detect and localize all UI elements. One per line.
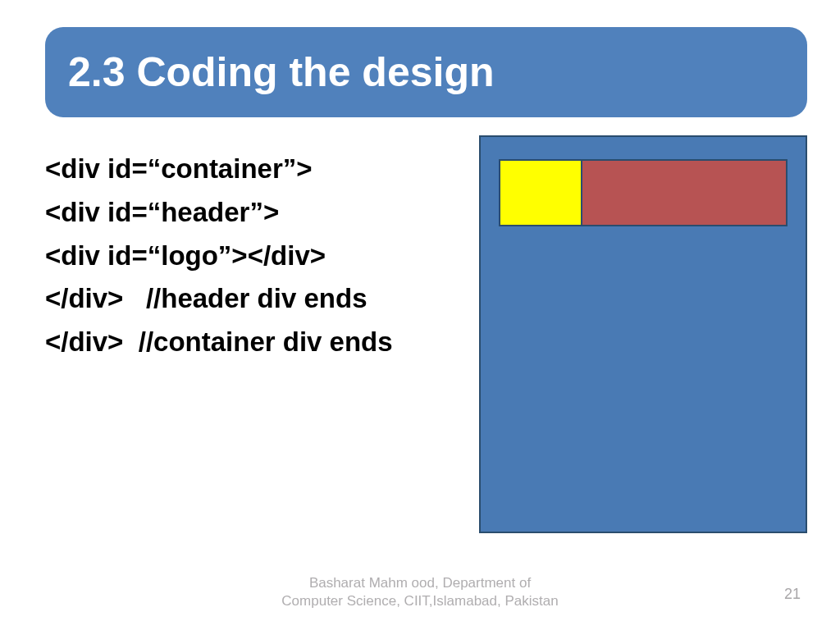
code-line-4: </div> //header div ends <box>45 277 447 321</box>
layout-diagram-header <box>499 159 788 226</box>
footer-credit: Basharat Mahm ood, Department of Compute… <box>0 574 840 610</box>
code-block: <div id=“container”> <div id=“header”> <… <box>45 148 447 364</box>
code-line-5: </div> //container div ends <box>45 321 447 364</box>
slide-title-bar: 2.3 Coding the design <box>45 27 807 117</box>
page-number: 21 <box>784 586 801 603</box>
code-line-1: <div id=“container”> <box>45 148 447 191</box>
code-line-2: <div id=“header”> <box>45 191 447 235</box>
footer-line-1: Basharat Mahm ood, Department of <box>0 574 840 592</box>
code-line-3: <div id=“logo”></div> <box>45 235 447 278</box>
slide-title: 2.3 Coding the design <box>68 48 494 96</box>
layout-diagram-container <box>479 135 807 533</box>
layout-diagram-logo <box>500 161 582 225</box>
footer-line-2: Computer Science, CIIT,Islamabad, Pakist… <box>0 592 840 610</box>
layout-diagram-header-content <box>582 161 786 225</box>
